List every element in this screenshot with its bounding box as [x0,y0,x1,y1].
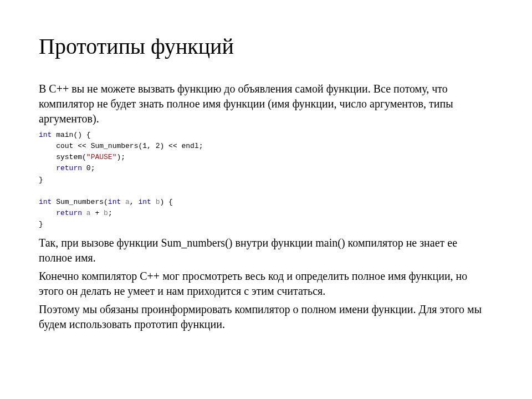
paragraph-intro: В C++ вы не можете вызвать функцию до об… [39,81,493,126]
code-text: ; [108,209,112,217]
code-text: ); [116,153,125,161]
code-variable: a [86,209,91,217]
code-text [82,209,86,217]
code-indent [39,164,56,172]
code-text [151,198,156,206]
code-text: ) << endl; [160,142,203,150]
code-text: , [130,198,139,206]
code-text: } [39,220,43,228]
document-page: Прототипы функций В C++ вы не можете выз… [0,0,532,332]
code-keyword: int [39,198,52,206]
code-keyword: int [138,198,151,206]
code-block: int main() { cout << Sum_numbers(1, 2) <… [39,130,493,230]
code-keyword: return [56,164,82,172]
code-text: system( [56,153,86,161]
paragraph-4: Поэтому мы обязаны проинформировать комп… [39,302,493,332]
code-variable: b [156,198,160,206]
code-variable: a [125,198,130,206]
code-indent [39,153,56,161]
code-text: + [91,209,104,217]
code-text: main() { [52,131,90,139]
code-text: } [39,176,43,184]
paragraph-2: Так, при вызове функции Sum_numbers() вн… [39,236,493,265]
code-number: 1 [142,142,147,150]
code-keyword: int [39,131,52,139]
code-variable: b [104,209,108,217]
code-text: , [147,142,156,150]
code-indent [39,209,56,217]
code-text: 0; [82,164,95,172]
code-text [121,198,125,206]
code-text: Sum_numbers( [52,198,108,206]
code-keyword: int [108,198,121,206]
code-string: "PAUSE" [86,153,117,161]
code-text: ) { [160,198,173,206]
code-indent [39,142,56,150]
code-keyword: return [56,209,82,217]
paragraph-3: Конечно компилятор C++ мог просмотреть в… [39,269,493,299]
code-text: cout << Sum_numbers( [56,142,142,150]
page-title: Прототипы функций [39,33,493,59]
